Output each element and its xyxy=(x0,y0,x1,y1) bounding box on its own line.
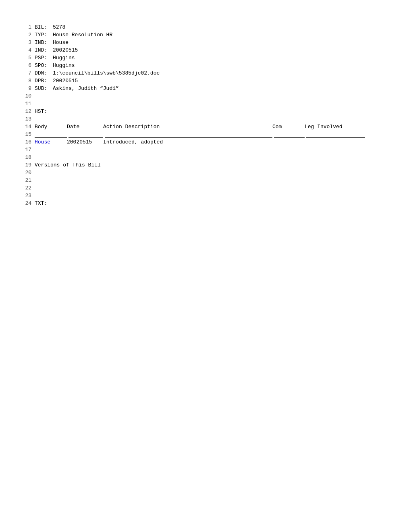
col-header-body: Body xyxy=(35,124,67,130)
col-header-com: Com xyxy=(272,124,305,130)
line-7: 7 DDN: 1:\council\bills\swb\5385djc02.do… xyxy=(20,70,391,77)
label-spo: SPO: xyxy=(35,62,53,69)
line-22: 22 xyxy=(20,185,391,192)
value-spo: Huggins xyxy=(53,62,391,69)
table-row-action: Introduced, adopted xyxy=(103,139,272,145)
label-txt: TXT: xyxy=(35,200,53,206)
line-21: 21 xyxy=(20,177,391,185)
line-20: 20 xyxy=(20,170,391,177)
table-row-body[interactable]: House xyxy=(35,139,67,145)
line-8: 8 DPB: 20020515 xyxy=(20,78,391,85)
line-num-15: 15 xyxy=(20,131,31,137)
line-16: 16 House 20020515 Introduced, adopted xyxy=(20,139,391,146)
divider-com xyxy=(274,131,305,138)
line-num-19: 19 xyxy=(20,162,31,168)
line-num-16: 16 xyxy=(20,139,31,145)
line-num-13: 13 xyxy=(20,116,31,122)
label-dpb: DPB: xyxy=(35,78,53,84)
line-12: 12 HST: xyxy=(20,108,391,116)
line-num-24: 24 xyxy=(20,200,31,206)
line-num-1: 1 xyxy=(20,24,31,30)
line-18: 18 xyxy=(20,154,391,162)
line-num-10: 10 xyxy=(20,93,31,99)
divider-action xyxy=(105,131,272,138)
line-num-12: 12 xyxy=(20,108,31,114)
line-num-21: 21 xyxy=(20,177,31,183)
line-23: 23 xyxy=(20,193,391,200)
value-sub: Askins, Judith “Judi” xyxy=(53,85,391,91)
divider-date xyxy=(68,131,103,138)
line-num-2: 2 xyxy=(20,32,31,38)
label-ddn: DDN: xyxy=(35,70,53,76)
versions-label: Versions of This Bill xyxy=(35,162,391,168)
line-num-3: 3 xyxy=(20,39,31,46)
label-inb: INB: xyxy=(35,39,53,46)
divider-leg xyxy=(306,131,365,138)
label-ind: IND: xyxy=(35,47,53,53)
line-num-11: 11 xyxy=(20,101,31,107)
line-5: 5 PSP: Huggins xyxy=(20,55,391,62)
value-inb: House xyxy=(53,39,391,46)
line-num-6: 6 xyxy=(20,62,31,69)
value-bil: 5278 xyxy=(53,24,391,30)
line-num-9: 9 xyxy=(20,85,31,91)
line-11: 11 xyxy=(20,101,391,108)
line-9: 9 SUB: Askins, Judith “Judi” xyxy=(20,85,391,93)
label-bil: BIL: xyxy=(35,24,53,30)
line-num-23: 23 xyxy=(20,193,31,199)
label-hst: HST: xyxy=(35,108,53,114)
line-4: 4 IND: 20020515 xyxy=(20,47,391,54)
table-row-date: 20020515 xyxy=(67,139,103,145)
line-14: 14 Body Date Action Description Com Leg … xyxy=(20,124,391,131)
line-1: 1 BIL: 5278 xyxy=(20,24,391,31)
line-num-20: 20 xyxy=(20,170,31,176)
line-num-7: 7 xyxy=(20,70,31,76)
line-13: 13 xyxy=(20,116,391,123)
line-num-8: 8 xyxy=(20,78,31,84)
line-10: 10 xyxy=(20,93,391,100)
line-num-14: 14 xyxy=(20,124,31,130)
house-link[interactable]: House xyxy=(35,139,50,145)
line-2: 2 TYP: House Resolution HR xyxy=(20,32,391,39)
col-header-action: Action Description xyxy=(103,124,272,130)
line-19: 19 Versions of This Bill xyxy=(20,162,391,169)
value-ddn: 1:\council\bills\swb\5385djc02.doc xyxy=(53,70,391,76)
label-typ: TYP: xyxy=(35,32,53,38)
label-psp: PSP: xyxy=(35,55,53,61)
col-header-leg: Leg Involved xyxy=(305,124,365,130)
line-num-22: 22 xyxy=(20,185,31,191)
divider-body xyxy=(35,131,67,138)
line-num-18: 18 xyxy=(20,154,31,160)
line-6: 6 SPO: Huggins xyxy=(20,62,391,70)
value-ind: 20020515 xyxy=(53,47,391,53)
value-dpb: 20020515 xyxy=(53,78,391,84)
line-24: 24 TXT: xyxy=(20,200,391,208)
value-typ: House Resolution HR xyxy=(53,32,391,38)
value-psp: Huggins xyxy=(53,55,391,61)
line-num-17: 17 xyxy=(20,147,31,153)
line-17: 17 xyxy=(20,147,391,154)
line-3: 3 INB: House xyxy=(20,39,391,47)
line-num-4: 4 xyxy=(20,47,31,53)
document-content: 1 BIL: 5278 2 TYP: House Resolution HR 3… xyxy=(20,24,391,208)
line-15: 15 xyxy=(20,131,391,139)
col-header-date: Date xyxy=(67,124,103,130)
line-num-5: 5 xyxy=(20,55,31,61)
label-sub: SUB: xyxy=(35,85,53,91)
